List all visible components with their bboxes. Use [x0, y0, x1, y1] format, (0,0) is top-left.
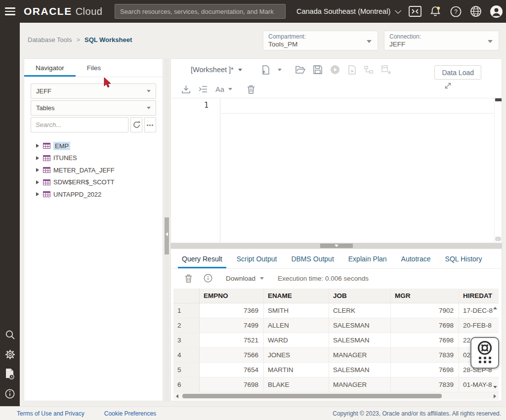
cell-mgr[interactable]: 7839 [391, 348, 459, 362]
compartment-select[interactable]: Compartment: Tools_PM [263, 31, 378, 50]
table-row[interactable]: 2 7499 ALLEN SALESMAN 7698 20-FEB-8 [173, 318, 499, 333]
tab-autotrace[interactable]: Autotrace [400, 249, 432, 268]
horizontal-splitter-handle[interactable] [320, 244, 353, 248]
user-avatar[interactable] [489, 4, 503, 18]
cell-empno[interactable]: 7369 [200, 303, 264, 318]
run-script-icon[interactable] [348, 65, 356, 75]
connection-select[interactable]: Connection: JEFF [384, 31, 499, 50]
tree-item-emp[interactable]: EMP [31, 140, 156, 152]
maximize-editor-icon[interactable] [444, 82, 452, 90]
rail-info-icon[interactable] [4, 388, 15, 399]
cell-job[interactable]: SALESMAN [329, 363, 391, 377]
cell-ename[interactable]: BLAKE [264, 378, 329, 392]
refresh-button[interactable] [130, 117, 142, 132]
save-icon[interactable] [313, 65, 322, 74]
table-row[interactable]: 4 7566 JONES MANAGER 7839 02-A [173, 348, 499, 363]
expand-arrow-icon[interactable] [36, 144, 39, 148]
new-worksheet-icon[interactable] [261, 65, 270, 75]
editor-vertical-scrollbar[interactable] [494, 98, 502, 243]
global-search-input[interactable] [115, 4, 286, 19]
col-header-job[interactable]: JOB [329, 289, 391, 303]
table-row[interactable]: 5 7654 MARTIN SALESMAN 7698 28-SEP-8 [173, 363, 499, 378]
grid-scroll-down-icon[interactable] [493, 386, 497, 388]
clear-results-trash-icon[interactable] [185, 274, 192, 283]
cell-ename[interactable]: SMITH [264, 303, 329, 318]
download-results-menu[interactable]: Download [226, 275, 264, 282]
cell-job[interactable]: MANAGER [329, 348, 391, 362]
more-options-button[interactable]: ••• [144, 117, 156, 132]
font-size-menu[interactable]: Aa [215, 85, 232, 93]
cell-mgr[interactable]: 7698 [391, 333, 459, 347]
col-header-empno[interactable]: EMPNO [200, 289, 264, 303]
cell-hiredate[interactable]: 17-DEC-8 [459, 303, 499, 318]
cell-empno[interactable]: 7499 [200, 318, 264, 333]
navigator-search-input[interactable] [31, 117, 128, 132]
col-header-ename[interactable]: ENAME [264, 289, 329, 303]
cell-empno[interactable]: 7566 [200, 348, 264, 362]
cell-mgr[interactable]: 7902 [391, 303, 459, 318]
floating-assistant-widget[interactable] [470, 337, 499, 369]
format-code-icon[interactable] [198, 85, 208, 93]
editor-active-line[interactable] [221, 98, 494, 114]
col-header-hiredate[interactable]: HIREDAT [459, 289, 499, 303]
language-globe-icon[interactable] [469, 4, 483, 18]
rail-settings-gear-icon[interactable] [4, 349, 15, 360]
tree-item-sdw-err-scott[interactable]: SDW$ERR$_SCOTT [31, 176, 156, 189]
scroll-left-icon[interactable] [176, 394, 178, 398]
cell-ename[interactable]: JONES [264, 348, 329, 362]
vertical-splitter-handle[interactable] [165, 217, 169, 254]
rail-document-history-icon[interactable] [4, 369, 15, 379]
cell-ename[interactable]: MARTIN [264, 363, 329, 377]
table-row[interactable]: 6 7698 BLAKE MANAGER 7839 01-MAY-8 [173, 378, 499, 392]
cell-job[interactable]: SALESMAN [329, 318, 391, 333]
vertical-splitter[interactable] [164, 58, 169, 401]
table-row[interactable]: 3 7521 WARD SALESMAN 7698 22-F [173, 333, 499, 348]
tab-explain-plan[interactable]: Explain Plan [347, 249, 388, 268]
expand-arrow-icon[interactable] [36, 156, 39, 160]
worksheet-title-menu[interactable]: [Worksheet ]* [191, 66, 242, 74]
expand-arrow-icon[interactable] [36, 168, 39, 172]
cell-mgr[interactable]: 7698 [391, 318, 459, 333]
breadcrumb-database-tools[interactable]: Database Tools [28, 36, 72, 43]
expand-arrow-icon[interactable] [36, 180, 39, 184]
explain-plan-icon[interactable] [364, 65, 374, 74]
notifications-bell-icon[interactable] [428, 4, 442, 18]
object-type-select[interactable]: Tables [31, 100, 156, 116]
cell-mgr[interactable]: 7839 [391, 378, 459, 392]
scrollbar-thumb[interactable] [495, 237, 501, 241]
tab-dbms-output[interactable]: DBMS Output [290, 249, 335, 268]
cell-mgr[interactable]: 7698 [391, 363, 459, 377]
data-load-button[interactable]: Data Load [434, 65, 481, 80]
cell-job[interactable]: CLERK [329, 303, 391, 318]
tab-navigator[interactable]: Navigator [24, 59, 76, 77]
download-worksheet-icon[interactable] [182, 85, 190, 93]
cell-empno[interactable]: 7521 [200, 333, 264, 347]
terms-link[interactable]: Terms of Use and Privacy [17, 410, 84, 417]
cloud-shell-icon[interactable] [408, 4, 422, 18]
cell-ename[interactable]: ALLEN [264, 318, 329, 333]
region-selector[interactable]: Canada Southeast (Montreal) [296, 0, 399, 23]
cell-ename[interactable]: WARD [264, 333, 329, 347]
hamburger-menu-icon[interactable] [0, 0, 20, 23]
cookie-preferences-link[interactable]: Cookie Preferences [104, 410, 156, 417]
scrollbar-thumb[interactable] [495, 98, 502, 101]
horizontal-splitter[interactable] [170, 243, 502, 249]
cell-job[interactable]: SALESMAN [329, 333, 391, 347]
tree-item-meter-data-jeff[interactable]: METER_DATA_JEFF [31, 164, 156, 176]
cell-empno[interactable]: 7698 [200, 378, 264, 392]
sql-editor[interactable]: 1 [171, 98, 502, 243]
grid-horizontal-scrollbar[interactable] [173, 392, 499, 400]
scroll-right-icon[interactable] [494, 394, 496, 398]
query-info-icon[interactable] [204, 274, 212, 283]
schema-select[interactable]: JEFF [31, 84, 156, 99]
grid-scroll-up-icon[interactable] [493, 307, 497, 309]
chevron-down-icon[interactable] [278, 69, 282, 71]
table-row[interactable]: 1 7369 SMITH CLERK 7902 17-DEC-8 [173, 303, 499, 318]
scrollbar-thumb[interactable] [182, 394, 442, 398]
help-icon[interactable]: ? [449, 4, 463, 18]
autotrace-icon[interactable] [381, 65, 391, 74]
col-header-mgr[interactable]: MGR [391, 289, 459, 303]
tab-query-result[interactable]: Query Result [181, 249, 223, 268]
open-file-icon[interactable] [295, 66, 305, 74]
run-statement-icon[interactable] [330, 65, 340, 75]
